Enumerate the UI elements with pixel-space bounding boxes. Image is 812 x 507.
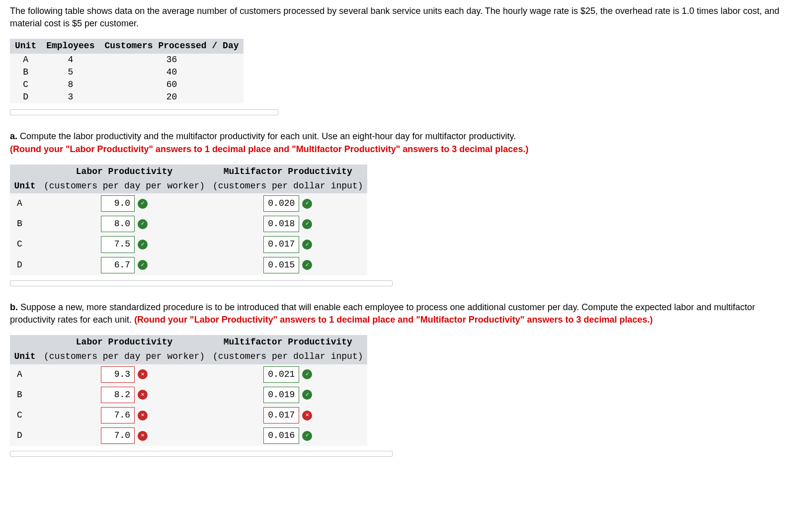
multi-cell: 0.021✓ [209,364,367,385]
multi-input[interactable]: 0.018 [263,216,299,232]
labor-input[interactable]: 7.5 [101,236,135,253]
labor-subheader-b: (customers per day per worker) [40,349,209,364]
table-row: B8.0✓0.018✓ [10,214,367,234]
unit-cell: B [10,66,41,79]
multi-input[interactable]: 0.016 [263,427,299,444]
labor-cell: 7.5✓ [40,234,209,254]
table-row: D7.0✕0.016✓ [10,425,367,446]
data-table: Unit Employees Customers Processed / Day… [10,39,244,103]
unit-header-a: Unit [10,179,40,193]
customers-cell: 20 [99,91,244,103]
multi-input[interactable]: 0.019 [263,387,299,403]
horizontal-scrollbar[interactable] [10,109,278,115]
unit-cell: C [10,79,41,91]
multi-input[interactable]: 0.017 [263,407,299,423]
table-row: B540 [10,66,244,79]
horizontal-scrollbar[interactable] [10,280,393,286]
unit-cell: C [10,405,40,425]
question-b-text: b. Suppose a new, more standardized proc… [10,301,802,326]
labor-cell: 8.2✕ [40,385,209,405]
data-header-employees: Employees [41,39,99,53]
data-header-customers: Customers Processed / Day [99,39,244,53]
table-row: A9.3✕0.021✓ [10,364,367,385]
unit-header-b: Unit [10,349,40,364]
labor-cell: 7.0✕ [40,425,209,446]
customers-cell: 60 [99,79,244,91]
labor-input[interactable]: 8.0 [101,216,135,232]
table-row: D6.7✓0.015✓ [10,255,367,275]
multi-input[interactable]: 0.020 [263,195,299,212]
table-row: C7.5✓0.017✓ [10,234,367,254]
horizontal-scrollbar[interactable] [10,451,393,457]
unit-cell: D [10,425,40,446]
check-icon: ✓ [302,240,312,250]
check-icon: ✓ [138,240,148,250]
check-icon: ✓ [302,260,312,270]
table-row: A9.0✓0.020✓ [10,193,367,214]
customers-cell: 40 [99,66,244,79]
check-icon: ✓ [138,219,148,229]
unit-cell: B [10,214,40,234]
labor-cell: 7.6✕ [40,405,209,425]
unit-cell: A [10,193,40,214]
x-icon: ✕ [138,431,148,441]
labor-header-b: Labor Productivity [40,335,209,349]
labor-header-a: Labor Productivity [40,165,209,179]
check-icon: ✓ [302,199,312,209]
employees-cell: 4 [41,54,99,66]
table-row: C7.6✕0.017✕ [10,405,367,425]
labor-input[interactable]: 6.7 [101,257,135,273]
table-row: A436 [10,54,244,66]
multi-cell: 0.018✓ [209,214,367,234]
x-icon: ✕ [138,369,148,379]
customers-cell: 36 [99,54,244,66]
multi-subheader-a: (customers per dollar input) [209,179,367,193]
multi-input[interactable]: 0.017 [263,236,299,253]
multi-header-b: Multifactor Productivity [209,335,367,349]
multi-header-a: Multifactor Productivity [209,165,367,179]
labor-input[interactable]: 7.0 [101,427,135,444]
unit-cell: D [10,91,41,103]
check-icon: ✓ [138,199,148,209]
x-icon: ✕ [138,411,148,421]
labor-cell: 6.7✓ [40,255,209,275]
multi-input[interactable]: 0.015 [263,257,299,273]
multi-input[interactable]: 0.021 [263,366,299,383]
table-row: C860 [10,79,244,91]
multi-cell: 0.019✓ [209,385,367,405]
multi-subheader-b: (customers per dollar input) [209,349,367,364]
labor-input[interactable]: 8.2 [101,387,135,403]
multi-cell: 0.020✓ [209,193,367,214]
check-icon: ✓ [302,390,312,400]
answer-table-a: Labor Productivity Multifactor Productiv… [10,165,367,275]
labor-cell: 8.0✓ [40,214,209,234]
unit-cell: D [10,255,40,275]
table-row: B8.2✕0.019✓ [10,385,367,405]
x-icon: ✕ [138,390,148,400]
employees-cell: 5 [41,66,99,79]
unit-cell: B [10,385,40,405]
employees-cell: 8 [41,79,99,91]
labor-cell: 9.3✕ [40,364,209,385]
answer-table-b: Labor Productivity Multifactor Productiv… [10,335,367,446]
intro-text: The following table shows data on the av… [10,5,802,30]
unit-cell: A [10,364,40,385]
multi-cell: 0.017✓ [209,234,367,254]
question-a-text: a. Compute the labor productivity and th… [10,130,802,155]
table-row: D320 [10,91,244,103]
labor-input[interactable]: 7.6 [101,407,135,423]
check-icon: ✓ [138,260,148,270]
labor-cell: 9.0✓ [40,193,209,214]
multi-cell: 0.017✕ [209,405,367,425]
check-icon: ✓ [302,431,312,441]
data-header-unit: Unit [10,39,41,53]
x-icon: ✕ [302,411,312,421]
labor-subheader-a: (customers per day per worker) [40,179,209,193]
multi-cell: 0.016✓ [209,425,367,446]
labor-input[interactable]: 9.3 [101,366,135,383]
labor-input[interactable]: 9.0 [101,195,135,212]
multi-cell: 0.015✓ [209,255,367,275]
check-icon: ✓ [302,219,312,229]
unit-cell: C [10,234,40,254]
unit-cell: A [10,54,41,66]
